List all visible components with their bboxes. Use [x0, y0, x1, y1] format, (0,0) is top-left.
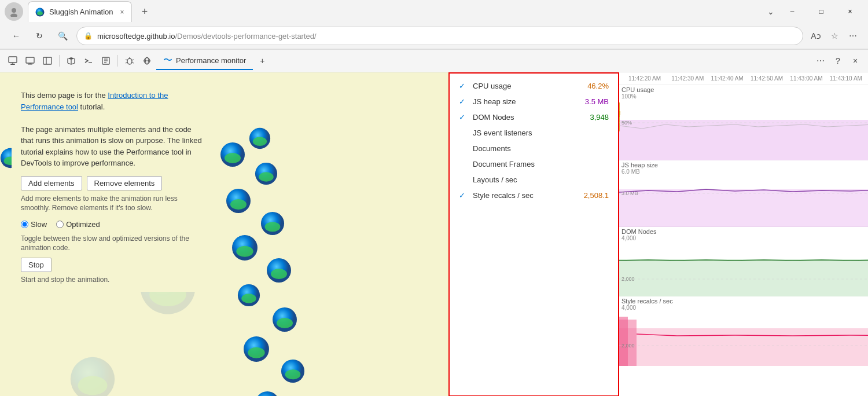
network-icon[interactable] — [139, 53, 155, 69]
js-heap-label: JS heap size — [473, 97, 569, 106]
more-options-icon[interactable]: ⋯ — [845, 28, 861, 44]
optimized-radio[interactable] — [56, 221, 64, 228]
svg-point-3 — [37, 11, 43, 15]
minimize-button[interactable]: – — [779, 2, 806, 21]
devtools-toolbar: 〜 Performance monitor + ⋯ ? × — [0, 49, 868, 72]
stop-hint: Start and stop the animation. — [21, 274, 205, 285]
metric-style-recalcs[interactable]: ✓ Style recalcs / sec 2,508.1 — [450, 188, 618, 203]
performance-monitor-tab[interactable]: 〜 Performance monitor — [156, 52, 253, 70]
slow-radio-label[interactable]: Slow — [21, 219, 47, 230]
read-aloud-icon[interactable]: Aↄ — [808, 28, 824, 44]
edge-logo-7 — [266, 258, 292, 285]
svg-point-31 — [259, 172, 273, 181]
toggle-hint: Toggle between the slow and optimized ve… — [21, 234, 205, 254]
doc-frames-label: Document Frames — [473, 160, 569, 168]
style-recalcs-chart-section: Style recalcs / sec 4,000 2,000 — [619, 296, 868, 366]
edge-logo-3 — [249, 127, 271, 152]
description-p3: The page animates multiple elements and … — [21, 124, 205, 169]
browser-tab[interactable]: Sluggish Animation × — [28, 1, 132, 22]
edge-logo-8 — [237, 284, 260, 309]
svg-rect-10 — [43, 57, 52, 64]
tab-close-button[interactable]: × — [120, 8, 124, 16]
metric-layouts[interactable]: ✓ Layouts / sec — [450, 172, 618, 188]
devtools-more-icon[interactable]: ⋯ — [812, 53, 829, 69]
button-row: Add elements Remove elements — [21, 176, 205, 190]
inspect-element-icon[interactable] — [5, 53, 21, 69]
svg-text:2,000: 2,000 — [621, 343, 635, 349]
cpu-chart-label: CPU usage 100% — [621, 86, 654, 100]
metric-doc-frames[interactable]: ✓ Document Frames — [450, 156, 618, 172]
refresh-button[interactable]: ↻ — [30, 27, 49, 45]
svg-point-41 — [271, 269, 287, 279]
info-box: This demo page is for the Introduction t… — [12, 83, 214, 292]
stop-button[interactable]: Stop — [21, 258, 52, 272]
search-button[interactable]: 🔍 — [53, 27, 72, 45]
address-bar: ← ↻ 🔍 🔒 microsoftedge.github.io/Demos/de… — [0, 23, 868, 49]
metric-js-heap[interactable]: ✓ JS heap size 3.5 MB — [450, 94, 618, 109]
page-content: This demo page is for the Introduction t… — [0, 72, 448, 396]
style-recalcs-chart-label: Style recalcs / sec 4,000 — [621, 298, 673, 311]
svg-point-40 — [267, 258, 291, 283]
cpu-chart-section: CPU usage 100% — [619, 85, 868, 160]
svg-text:3.0 MB: 3.0 MB — [621, 190, 638, 196]
main-content: This demo page is for the Introduction t… — [0, 72, 868, 396]
edge-logo-watermark-3 — [69, 356, 116, 396]
tabs-dropdown-icon[interactable]: ⌄ — [763, 3, 779, 20]
edge-logo-11 — [281, 359, 305, 386]
svg-line-22 — [132, 60, 134, 60]
svg-text:2,000: 2,000 — [621, 276, 635, 282]
url-box[interactable]: 🔒 microsoftedge.github.io/Demos/devtools… — [76, 27, 803, 45]
edge-logo-6 — [231, 234, 258, 263]
js-heap-value: 3.5 MB — [574, 97, 609, 106]
bug-icon[interactable] — [122, 53, 138, 69]
add-elements-button[interactable]: Add elements — [21, 176, 82, 190]
optimized-radio-label[interactable]: Optimized — [56, 219, 100, 230]
console-icon[interactable] — [80, 53, 97, 69]
devtools-help-icon[interactable]: ? — [830, 53, 846, 69]
metric-dom-nodes[interactable]: ✓ DOM Nodes 3,948 — [450, 109, 618, 125]
svg-point-20 — [127, 58, 132, 64]
time-label-5: 11:43:10 AM — [826, 75, 866, 82]
svg-line-24 — [132, 63, 134, 63]
svg-point-48 — [281, 360, 304, 383]
dom-nodes-label: DOM Nodes — [473, 113, 569, 122]
dom-nodes-chart-section: DOM Nodes 4,000 2,000 — [619, 227, 868, 296]
cpu-label: CPU usage — [473, 82, 569, 90]
screencast-icon[interactable] — [22, 53, 38, 69]
metric-js-listeners[interactable]: ✓ JS event listeners — [450, 125, 618, 141]
svg-point-36 — [261, 212, 284, 235]
remove-elements-button[interactable]: Remove elements — [87, 176, 163, 190]
svg-point-44 — [273, 307, 297, 332]
favorites-icon[interactable]: ☆ — [826, 28, 843, 44]
svg-point-35 — [230, 199, 247, 210]
slow-radio[interactable] — [21, 221, 28, 228]
time-label-2: 11:42:40 AM — [707, 75, 746, 82]
metric-documents[interactable]: ✓ Documents — [450, 141, 618, 156]
svg-line-23 — [126, 63, 127, 63]
svg-point-39 — [236, 246, 253, 257]
elements-icon[interactable] — [63, 53, 79, 69]
svg-point-29 — [225, 153, 241, 163]
js-heap-chart-label: JS heap size 6.0 MB — [621, 162, 658, 175]
maximize-button[interactable]: □ — [808, 2, 834, 21]
svg-point-1 — [10, 14, 17, 17]
close-button[interactable]: × — [837, 2, 863, 21]
js-listeners-label: JS event listeners — [473, 129, 569, 137]
add-panel-button[interactable]: + — [254, 53, 270, 69]
svg-point-47 — [248, 347, 264, 358]
sources-icon[interactable] — [98, 53, 114, 69]
svg-point-50 — [255, 391, 279, 396]
svg-point-0 — [12, 8, 16, 13]
svg-rect-7 — [26, 57, 34, 63]
lock-icon: 🔒 — [84, 32, 93, 40]
back-button[interactable]: ← — [7, 27, 25, 45]
metric-cpu-usage[interactable]: ✓ CPU usage 46.2% — [450, 78, 618, 94]
devtools-close-icon[interactable]: × — [847, 53, 863, 69]
js-heap-chart-section: JS heap size 6.0 MB 3.0 MB — [619, 160, 868, 227]
profile-icon[interactable] — [5, 2, 23, 21]
new-tab-button[interactable]: + — [137, 3, 153, 20]
time-label-1: 11:42:30 AM — [668, 75, 707, 82]
sidebar-icon[interactable] — [39, 53, 56, 69]
svg-point-59 — [78, 376, 108, 395]
edge-logo-2 — [255, 162, 278, 188]
